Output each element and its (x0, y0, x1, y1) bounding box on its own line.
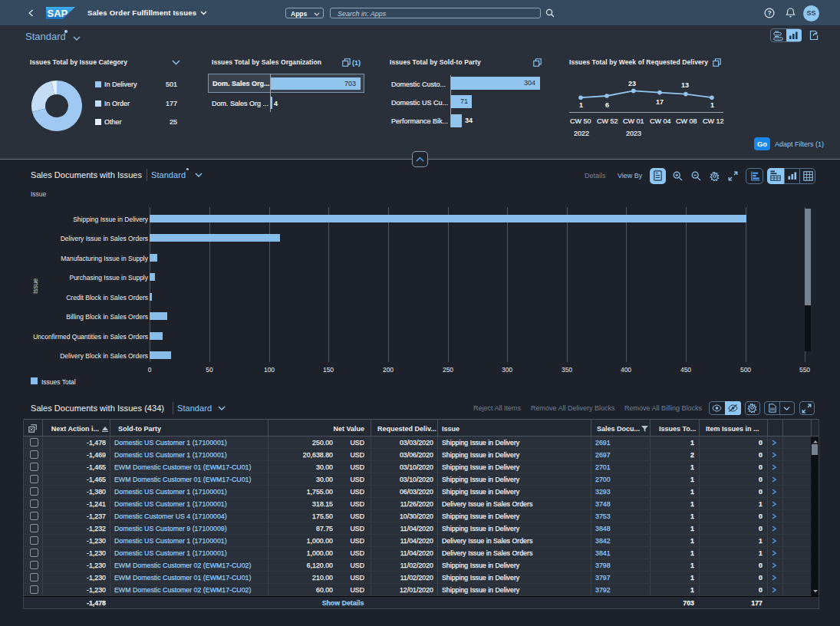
svg-text:SAP: SAP (48, 8, 68, 19)
svg-text:?: ? (768, 9, 772, 17)
